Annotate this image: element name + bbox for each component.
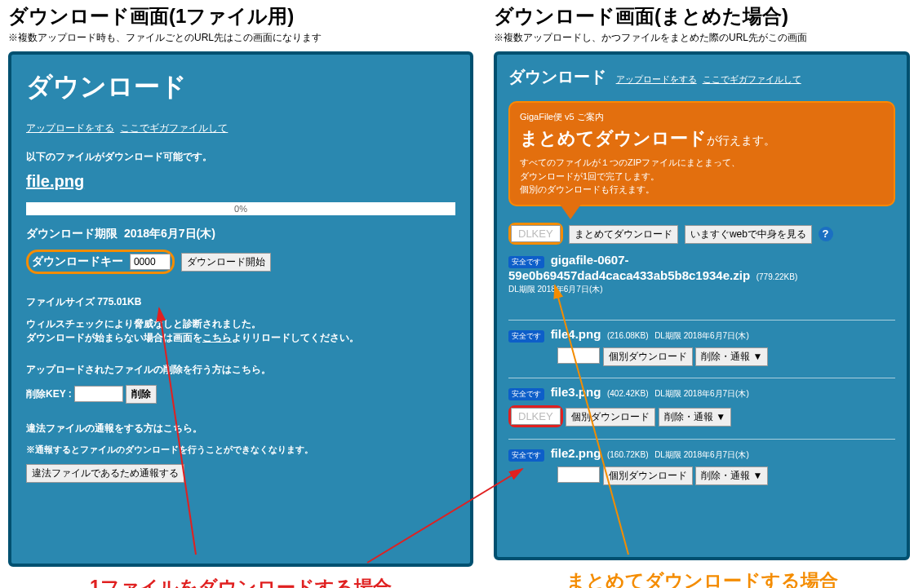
web-preview-button[interactable]: いますぐwebで中身を見る <box>685 225 812 244</box>
safe-badge: 安全です <box>508 388 544 400</box>
download-heading-r: ダウンロード <box>508 66 606 88</box>
delete-button[interactable]: 削除 <box>126 385 157 404</box>
zip-size: (779.22KB) <box>756 272 798 281</box>
file-name: file2.png <box>551 446 601 460</box>
report-msg: 違法ファイルの通報をする方はこちら。 <box>26 422 455 435</box>
deadline-value: 2018年6月7日(木) <box>124 227 215 240</box>
file-row-0: 安全です file4.png (216.08KB) DL期限 2018年6月7日… <box>508 320 895 366</box>
download-heading: ダウンロード <box>26 69 455 105</box>
upload-link[interactable]: アップロードをする <box>26 122 114 134</box>
gigafile-link-r[interactable]: ここでギガファイルして <box>703 74 801 84</box>
bulk-download-button[interactable]: まとめてダウンロード <box>569 225 678 244</box>
left-panel: ダウンロード アップロードをする ここでギガファイルして 以下のファイルがダウン… <box>8 51 473 567</box>
individual-download-button[interactable]: 個別ダウンロード <box>603 466 693 485</box>
file-size: (216.08KB) <box>607 331 649 340</box>
filename-link[interactable]: file.png <box>26 172 84 190</box>
reload-link[interactable]: こちら <box>202 332 232 343</box>
delete-report-button[interactable]: 削除・通報 ▼ <box>659 408 731 427</box>
file-size: (160.72KB) <box>607 450 649 459</box>
file-row-2: 安全です file2.png (160.72KB) DL期限 2018年6月7日… <box>508 439 895 485</box>
key-label: ダウンロードキー <box>32 254 123 267</box>
delete-report-button[interactable]: 削除・通報 ▼ <box>695 466 768 485</box>
file-dlkey-input[interactable] <box>557 466 600 483</box>
file-dlkey-input[interactable] <box>557 347 600 364</box>
report-note: ※通報するとファイルのダウンロードを行うことができなくなります。 <box>26 444 455 456</box>
file-name: file3.png <box>551 385 601 399</box>
file-row-1: 安全です file3.png (402.42KB) DL期限 2018年6月7日… <box>508 378 895 427</box>
help-icon[interactable]: ? <box>819 227 833 241</box>
filesize-text: ファイルサイズ 775.01KB <box>26 295 455 309</box>
reload-post: よりリロードしてください。 <box>232 332 359 343</box>
deadline-label: ダウンロード期限 <box>26 227 118 240</box>
right-panel: ダウンロード アップロードをする ここでギガファイルして GigaFile便 v… <box>494 51 910 560</box>
delete-key-label: 削除KEY : <box>26 388 72 400</box>
file-name: file4.png <box>551 327 601 341</box>
assist-desc3: 個別のダウンロードも行えます。 <box>520 183 884 197</box>
delete-key-input[interactable] <box>74 386 123 402</box>
download-key-input[interactable] <box>130 254 171 270</box>
assist-big: まとめてダウンロード <box>520 128 707 148</box>
progress-bar: 0% <box>26 202 455 215</box>
safe-badge: 安全です <box>508 330 544 343</box>
safe-badge: 安全です <box>508 256 544 268</box>
assist-small: GigaFile便 v5 ご案内 <box>520 111 884 123</box>
file-deadline: DL期限 2018年6月7日(木) <box>654 331 749 340</box>
left-caption: 1ファイルをダウンロードする場合 <box>8 575 473 588</box>
zip-filename: gigafile-0607-59e0b69457dad4caca433ab5b8… <box>508 253 750 282</box>
file-dlkey-input-highlight[interactable]: DLKEY <box>511 408 561 425</box>
individual-download-button[interactable]: 個別ダウンロード <box>603 347 693 366</box>
reload-pre: ダウンロードが始まらない場合は画面を <box>26 332 202 343</box>
file-size: (402.42KB) <box>607 389 649 398</box>
available-msg: 以下のファイルがダウンロード可能です。 <box>26 150 455 164</box>
file-deadline: DL期限 2018年6月7日(木) <box>654 389 749 398</box>
safe-badge: 安全です <box>508 449 544 462</box>
assist-desc1: すべてのファイルが１つのZIPファイルにまとまって、 <box>520 156 884 170</box>
right-title: ダウンロード画面(まとめた場合) <box>494 3 910 29</box>
left-subtitle: ※複数アップロード時も、ファイルごとのURL先はこの画面になります <box>8 31 473 45</box>
assist-big-suffix: が行えます。 <box>707 134 775 147</box>
file-deadline: DL期限 2018年6月7日(木) <box>654 450 749 459</box>
assist-bubble: GigaFile便 v5 ご案内 まとめてダウンロードが行えます。 すべてのファ… <box>508 101 895 206</box>
gigafile-link[interactable]: ここでギガファイルして <box>120 122 228 134</box>
assist-desc2: ダウンロードが1回で完了します。 <box>520 170 884 183</box>
individual-download-button[interactable]: 個別ダウンロード <box>566 408 655 427</box>
assist-tail-icon <box>559 203 582 219</box>
bulk-dlkey-input[interactable]: DLKEY <box>511 225 561 242</box>
left-title: ダウンロード画面(1ファイル用) <box>8 3 473 29</box>
delete-msg: アップロードされたファイルの削除を行う方はこちら。 <box>26 363 455 377</box>
right-subtitle: ※複数アップロードし、かつファイルをまとめた際のURL先がこの画面 <box>494 31 910 45</box>
delete-report-button[interactable]: 削除・通報 ▼ <box>695 347 768 366</box>
right-caption: まとめてダウンロードする場合 <box>494 568 910 588</box>
zip-deadline: DL期限 2018年6月7日(木) <box>508 284 895 295</box>
download-start-button[interactable]: ダウンロード開始 <box>181 253 271 272</box>
upload-link-r[interactable]: アップロードをする <box>616 74 697 84</box>
virus-text: ウィルスチェックにより脅威なしと診断されました。 <box>26 317 455 331</box>
report-button[interactable]: 違法ファイルであるため通報する <box>26 464 184 483</box>
